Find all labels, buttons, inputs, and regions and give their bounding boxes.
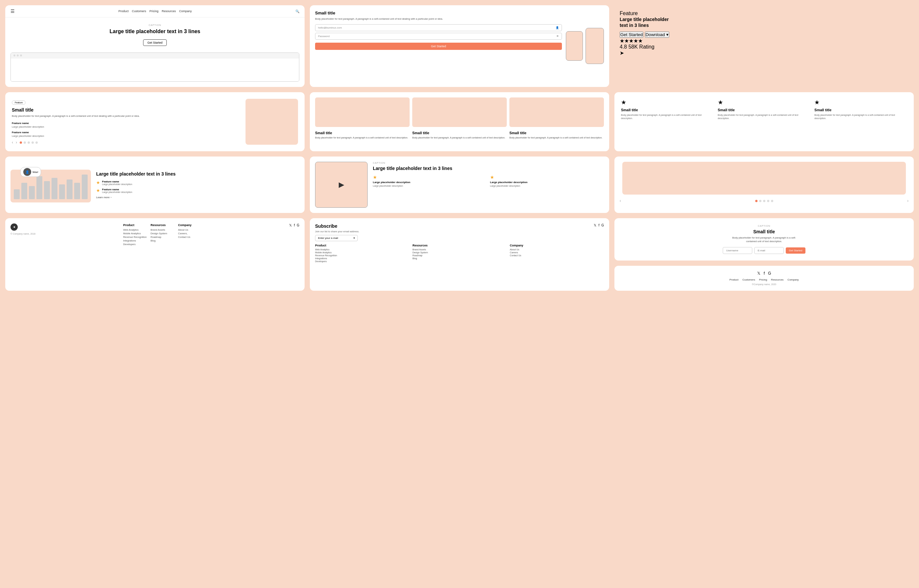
- prev-button-4[interactable]: ‹: [12, 140, 13, 145]
- dot-5[interactable]: [36, 141, 38, 144]
- dot-9-5[interactable]: [771, 200, 773, 202]
- footer2-roadmap[interactable]: Roadmap: [413, 254, 507, 257]
- twitter-icon-3[interactable]: 𝕏: [757, 271, 761, 276]
- footer3-company[interactable]: Company: [787, 278, 799, 281]
- username-input[interactable]: [723, 247, 752, 254]
- footer2-integrations[interactable]: Integrations: [315, 257, 409, 260]
- video-placeholder[interactable]: ▶: [315, 162, 368, 208]
- footer2-blog[interactable]: Blog: [413, 257, 507, 260]
- footer3-resources[interactable]: Resources: [771, 278, 783, 281]
- cta-submit-button[interactable]: Get Started: [786, 247, 806, 254]
- footer1-logo-row: ✦: [11, 223, 36, 231]
- footer1-design-system[interactable]: Design System: [151, 232, 174, 235]
- star-feat-1: ★ Small title Body placeholder for text …: [621, 99, 714, 145]
- footer2-brand-assets[interactable]: Brand Assets: [413, 249, 507, 251]
- footer2-mobile-analytics[interactable]: Mobile Analytics: [315, 251, 409, 254]
- footer1-developers[interactable]: Developers: [123, 243, 147, 246]
- twitter-icon-2[interactable]: 𝕏: [594, 223, 596, 227]
- v-feat2-desc: Large placeholder description: [490, 184, 604, 187]
- footer1-resources: Resources Brand Assets Design System Roa…: [151, 223, 174, 246]
- browser-dot-2: [17, 55, 19, 57]
- password-input[interactable]: Password 👁: [315, 33, 562, 40]
- text-cols: Small title Body placeholder for text pa…: [315, 131, 604, 139]
- nav-customers[interactable]: Customers: [132, 10, 146, 13]
- next-button-9[interactable]: ›: [907, 199, 908, 203]
- email-input[interactable]: hello@buminux.com 👤: [315, 24, 562, 31]
- footer2-careers[interactable]: Careers: [510, 251, 604, 254]
- footer2-company-label: Company: [510, 244, 604, 247]
- footer2-contact[interactable]: Contact Us: [510, 254, 604, 257]
- footer3-product[interactable]: Product: [729, 278, 738, 281]
- prev-button-9[interactable]: ‹: [620, 199, 621, 203]
- dot-1[interactable]: [20, 141, 22, 144]
- bar-5: [44, 181, 50, 199]
- footer1-careers[interactable]: Careers,: [178, 232, 202, 235]
- footer2-about[interactable]: About Us: [510, 249, 604, 251]
- footer1-company: Company About Us Careers, Contact Us: [178, 223, 202, 246]
- footer3-pricing[interactable]: Pricing: [759, 278, 767, 281]
- footer1-revenue[interactable]: Revenue Recognition: [123, 236, 147, 239]
- dot-9-2[interactable]: [759, 200, 761, 202]
- feature-item-1: Feature name Large placeholder descripti…: [12, 122, 240, 128]
- cta-caption: CAPTION: [758, 225, 770, 227]
- hamburger-icon[interactable]: ☰: [11, 8, 15, 14]
- footer1-about[interactable]: About Us: [178, 228, 202, 231]
- footer1-contact[interactable]: Contact Us: [178, 236, 202, 239]
- get-started-button[interactable]: Get Started: [143, 39, 167, 46]
- nav-resources[interactable]: Resources: [162, 10, 176, 13]
- analytics-feat-2-text: Feature name Large placeholder descripti…: [102, 188, 132, 193]
- col2-title: Small title: [412, 131, 507, 135]
- facebook-icon-3[interactable]: f: [764, 271, 765, 276]
- learn-more-link[interactable]: Learn more ›: [96, 196, 299, 199]
- dot-2[interactable]: [24, 141, 26, 144]
- avatar: 👤: [23, 168, 31, 176]
- carousel-image: [622, 162, 906, 195]
- annotation-inner: Feature Large title placeholder text in …: [620, 11, 908, 50]
- col2-body: Body placeholder for text paragraph. A p…: [412, 136, 507, 139]
- footer2-subscribe: Subscribe Join our list to share your em…: [315, 223, 359, 241]
- footer1-product: Product Web Analytics Mobile Analytics R…: [123, 223, 147, 246]
- google-icon-2[interactable]: G: [601, 223, 604, 227]
- footer1-blog[interactable]: Blog: [151, 239, 174, 242]
- twitter-icon[interactable]: 𝕏: [289, 223, 292, 227]
- footer1-web-analytics[interactable]: Web Analytics: [123, 228, 147, 231]
- footer2-web-analytics[interactable]: Web Analytics: [315, 249, 409, 251]
- google-icon-3[interactable]: G: [768, 271, 771, 276]
- footer3-customers[interactable]: Customers: [743, 278, 755, 281]
- login-cta-button[interactable]: Get Started: [315, 43, 562, 50]
- next-button-4[interactable]: ›: [16, 140, 17, 145]
- dot-4[interactable]: [32, 141, 34, 144]
- email-cta-input[interactable]: [754, 247, 784, 254]
- col-text-2: Small title Body placeholder for text pa…: [412, 131, 507, 139]
- nav-pricing[interactable]: Pricing: [149, 10, 158, 13]
- footer2-developers[interactable]: Developers: [315, 260, 409, 263]
- play-icon[interactable]: ▶: [339, 181, 344, 189]
- dot-9-1[interactable]: [755, 200, 757, 202]
- email-subscribe-input[interactable]: Enter your e-mail ▾: [315, 235, 358, 241]
- nav-product[interactable]: Product: [118, 10, 129, 13]
- footer1-integrations[interactable]: Integrations: [123, 239, 147, 242]
- footer2-design-system[interactable]: Design System: [413, 251, 507, 254]
- get-started-btn-3[interactable]: Get Started: [620, 31, 643, 38]
- footer2-resources-label: Resources: [413, 244, 507, 247]
- facebook-icon[interactable]: f: [294, 223, 295, 227]
- footer1-resources-label: Resources: [151, 223, 174, 227]
- footer2-revenue[interactable]: Revenue Recognition: [315, 254, 409, 257]
- footer1-mobile-analytics[interactable]: Mobile Analytics: [123, 232, 147, 235]
- dot-9-3[interactable]: [763, 200, 766, 202]
- google-icon[interactable]: G: [297, 223, 299, 227]
- hero-title: Large title placeholder text in 3 lines: [11, 28, 299, 35]
- v-feat1-desc: Large placeholder description: [373, 184, 487, 187]
- dot-9-4[interactable]: [767, 200, 769, 202]
- facebook-icon-2[interactable]: f: [598, 223, 599, 227]
- feat2-title: Small title: [718, 108, 811, 112]
- search-icon[interactable]: 🔍: [296, 10, 299, 13]
- footer-3: 𝕏 f G Product Customers Pricing Resource…: [614, 266, 914, 291]
- footer1-roadmap[interactable]: Roadmap: [151, 236, 174, 239]
- dot-3[interactable]: [27, 141, 30, 144]
- cursor-arrow: ➤: [620, 50, 908, 56]
- download-button[interactable]: Download ▾: [645, 31, 669, 38]
- nav-company[interactable]: Company: [179, 10, 192, 13]
- login-title: Small title: [315, 11, 562, 15]
- footer1-brand-assets[interactable]: Brand Assets: [151, 228, 174, 231]
